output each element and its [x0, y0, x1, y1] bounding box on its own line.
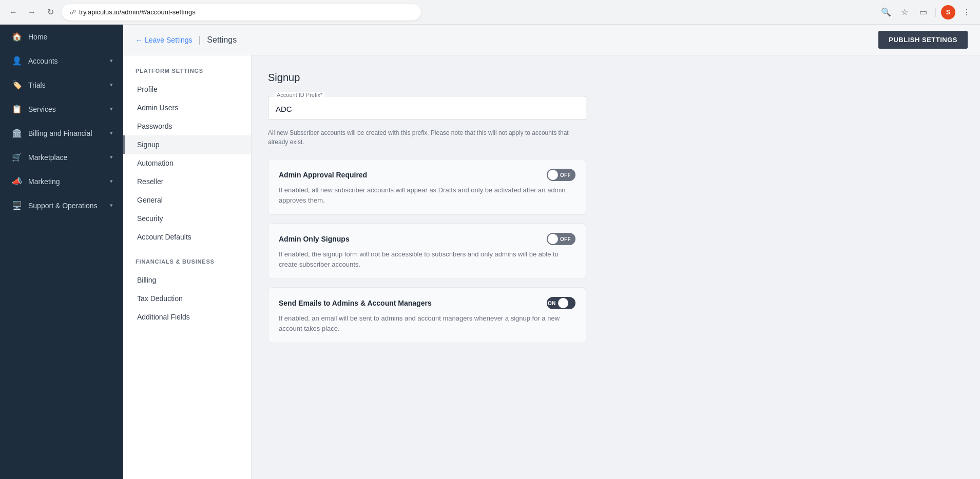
admin-approval-header: Admin Approval Required OFF — [279, 169, 575, 181]
platform-settings-heading: PLATFORM SETTINGS — [123, 68, 251, 80]
main-content: ← Leave Settings | Settings PUBLISH SETT… — [123, 25, 980, 479]
leave-settings-link[interactable]: ← Leave Settings — [136, 36, 193, 44]
toggle-knob — [548, 234, 558, 244]
search-button[interactable]: 🔍 — [879, 5, 893, 19]
sidebar-item-home[interactable]: 🏠 Home — [0, 25, 123, 49]
chevron-down-icon: ▾ — [110, 154, 113, 161]
financials-settings-heading: FINANCIALS & BUSINESS — [123, 258, 251, 271]
forward-button[interactable]: → — [25, 5, 39, 19]
signup-heading: Signup — [268, 72, 586, 84]
bookmark-button[interactable]: ☆ — [897, 5, 912, 19]
admin-only-signups-card: Admin Only Signups OFF If enabled, the s… — [268, 223, 586, 279]
settings-menu-passwords[interactable]: Passwords — [123, 117, 251, 135]
send-emails-title: Send Emails to Admins & Account Managers — [279, 299, 432, 307]
app-layout: 🏠 Home 👤 Accounts ▾ 🏷️ Trials ▾ 📋 Servic… — [0, 25, 980, 479]
admin-approval-toggle[interactable]: OFF — [547, 169, 575, 181]
admin-approval-title: Admin Approval Required — [279, 171, 367, 179]
admin-only-signups-toggle[interactable]: OFF — [547, 233, 575, 245]
sidebar-item-services[interactable]: 📋 Services ▾ — [0, 97, 123, 121]
marketing-icon: 📣 — [12, 176, 22, 186]
menu-button[interactable]: ⋮ — [959, 5, 974, 19]
reload-button[interactable]: ↻ — [43, 5, 57, 19]
settings-menu-profile[interactable]: Profile — [123, 80, 251, 98]
account-id-prefix-input[interactable] — [268, 96, 586, 119]
home-icon: 🏠 — [12, 32, 22, 42]
sidebar-item-support[interactable]: 🖥️ Support & Operations ▾ — [0, 193, 123, 217]
trials-icon: 🏷️ — [12, 80, 22, 90]
url-text: try.apiculus.io/admin/#/account-settings — [79, 8, 413, 16]
toggle-on-label: ON — [548, 301, 556, 306]
toggle-off-label: OFF — [560, 236, 571, 242]
page-title: Settings — [207, 35, 237, 45]
browser-chrome: ← → ↻ ☍ try.apiculus.io/admin/#/account-… — [0, 0, 980, 25]
settings-menu-signup[interactable]: Signup — [123, 135, 251, 154]
back-button[interactable]: ← — [6, 5, 21, 19]
sidebar: 🏠 Home 👤 Accounts ▾ 🏷️ Trials ▾ 📋 Servic… — [0, 25, 123, 479]
top-bar-left: ← Leave Settings | Settings — [136, 34, 237, 45]
send-emails-toggle[interactable]: ON — [547, 297, 575, 309]
billing-icon: 🏛️ — [12, 128, 22, 138]
admin-only-signups-header: Admin Only Signups OFF — [279, 233, 575, 245]
chevron-down-icon: ▾ — [110, 202, 113, 209]
chevron-down-icon: ▾ — [110, 130, 113, 136]
settings-menu-admin-users[interactable]: Admin Users — [123, 98, 251, 117]
settings-menu-security[interactable]: Security — [123, 209, 251, 228]
accounts-icon: 👤 — [12, 56, 22, 66]
address-bar[interactable]: ☍ try.apiculus.io/admin/#/account-settin… — [62, 4, 421, 21]
account-id-prefix-field: Account ID Prefix* — [268, 96, 586, 120]
sidebar-item-trials[interactable]: 🏷️ Trials ▾ — [0, 73, 123, 97]
toggle-knob — [548, 170, 558, 180]
settings-menu-automation[interactable]: Automation — [123, 154, 251, 172]
settings-main: Signup Account ID Prefix* All new Subscr… — [252, 55, 980, 479]
sidebar-item-marketing[interactable]: 📣 Marketing ▾ — [0, 169, 123, 193]
extensions-button[interactable]: ▭ — [916, 5, 930, 19]
services-icon: 📋 — [12, 104, 22, 114]
separator: | — [199, 34, 201, 45]
settings-menu-billing[interactable]: Billing — [123, 271, 251, 289]
content-area: PLATFORM SETTINGS Profile Admin Users Pa… — [123, 55, 980, 479]
settings-menu-tax-deduction[interactable]: Tax Deduction — [123, 289, 251, 308]
admin-only-signups-title: Admin Only Signups — [279, 235, 350, 243]
chevron-down-icon: ▾ — [110, 178, 113, 185]
user-avatar[interactable]: S — [941, 5, 955, 19]
publish-settings-button[interactable]: PUBLISH SETTINGS — [878, 31, 968, 49]
settings-main-inner: Signup Account ID Prefix* All new Subscr… — [268, 72, 586, 343]
settings-menu-reseller[interactable]: Reseller — [123, 172, 251, 191]
send-emails-desc: If enabled, an email will be sent to adm… — [279, 313, 575, 333]
chevron-down-icon: ▾ — [110, 82, 113, 88]
top-bar: ← Leave Settings | Settings PUBLISH SETT… — [123, 25, 980, 55]
toggle-knob — [558, 298, 568, 308]
admin-approval-card: Admin Approval Required OFF If enabled, … — [268, 159, 586, 215]
chevron-down-icon: ▾ — [110, 106, 113, 112]
settings-menu-general[interactable]: General — [123, 191, 251, 209]
account-id-prefix-label: Account ID Prefix* — [275, 92, 324, 98]
chevron-down-icon: ▾ — [110, 57, 113, 64]
settings-menu-additional-fields[interactable]: Additional Fields — [123, 308, 251, 326]
back-arrow-icon: ← — [136, 36, 143, 44]
sidebar-item-billing[interactable]: 🏛️ Billing and Financial ▾ — [0, 121, 123, 145]
toggle-off-label: OFF — [560, 172, 571, 178]
admin-only-signups-desc: If enabled, the signup form will not be … — [279, 249, 575, 269]
admin-approval-desc: If enabled, all new subscriber accounts … — [279, 185, 575, 205]
settings-menu-account-defaults[interactable]: Account Defaults — [123, 228, 251, 246]
send-emails-header: Send Emails to Admins & Account Managers… — [279, 297, 575, 309]
account-id-prefix-hint: All new Subscriber accounts will be crea… — [268, 128, 586, 147]
marketplace-icon: 🛒 — [12, 152, 22, 162]
sidebar-item-accounts[interactable]: 👤 Accounts ▾ — [0, 49, 123, 73]
settings-sidebar: PLATFORM SETTINGS Profile Admin Users Pa… — [123, 55, 252, 479]
send-emails-card: Send Emails to Admins & Account Managers… — [268, 287, 586, 343]
sidebar-item-marketplace[interactable]: 🛒 Marketplace ▾ — [0, 145, 123, 169]
support-icon: 🖥️ — [12, 201, 22, 210]
